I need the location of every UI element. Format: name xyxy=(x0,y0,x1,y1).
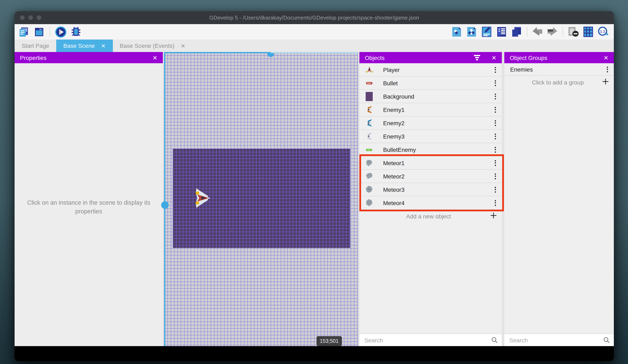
object-groups-search-input[interactable] xyxy=(504,337,603,343)
close-tab-icon[interactable]: ✕ xyxy=(101,43,106,49)
close-panel-icon[interactable]: ✕ xyxy=(492,54,496,61)
object-row-bulletenemy[interactable]: BulletEnemy xyxy=(359,143,502,156)
objects-search xyxy=(359,334,502,346)
plus-icon[interactable] xyxy=(602,78,609,86)
bulletenemy-object-icon xyxy=(365,145,373,155)
redo-button[interactable] xyxy=(546,26,558,38)
window-bottom-edge xyxy=(14,346,614,361)
grid-icon xyxy=(583,26,593,37)
toolbar-divider xyxy=(527,27,527,37)
objects-search-input[interactable] xyxy=(359,337,491,343)
add-object-row[interactable]: Add a new object xyxy=(359,210,502,223)
open-properties-panel-button[interactable] xyxy=(480,26,493,38)
object-menu-icon[interactable] xyxy=(495,93,496,99)
svg-text:1:1: 1:1 xyxy=(600,29,605,33)
scene-canvas[interactable]: 153;501 xyxy=(164,52,358,346)
object-groups-panel-icon xyxy=(467,26,477,37)
plus-icon[interactable] xyxy=(490,212,497,221)
scene-window-button[interactable] xyxy=(33,26,45,38)
tab-start-page[interactable]: Start Page xyxy=(14,40,56,52)
debug-button[interactable] xyxy=(70,26,82,38)
object-row-enemy1[interactable]: Enemy1 xyxy=(359,103,502,117)
object-groups-panel-header: Object Groups ✕ xyxy=(504,52,614,63)
object-menu-icon[interactable] xyxy=(495,107,496,113)
toolbar-right-group: 1:1 xyxy=(451,26,614,38)
object-menu-icon[interactable] xyxy=(495,133,496,139)
toggle-grid-button[interactable] xyxy=(582,26,594,38)
object-menu-icon[interactable] xyxy=(495,80,496,86)
group-row-enemies[interactable]: Enemies xyxy=(504,63,614,76)
play-icon xyxy=(55,26,67,38)
bullet-object-icon xyxy=(365,78,373,88)
player-object-icon xyxy=(365,65,373,75)
object-menu-icon[interactable] xyxy=(495,147,496,152)
title-bar: GDevelop 5 - /Users/dkarakay/Documents/G… xyxy=(14,11,614,24)
star-dot xyxy=(260,178,261,179)
open-instances-list-button[interactable] xyxy=(496,26,508,38)
meteor4-object-icon xyxy=(365,198,373,208)
star-dot xyxy=(314,211,315,212)
app-window: GDevelop 5 - /Users/dkarakay/Documents/G… xyxy=(14,11,614,361)
toggle-mask-button[interactable] xyxy=(567,26,579,38)
window-title: GDevelop 5 - /Users/dkarakay/Documents/G… xyxy=(14,14,614,21)
open-objects-panel-button[interactable] xyxy=(451,26,463,38)
tab-base-scene[interactable]: Base Scene ✕ xyxy=(56,40,113,52)
close-panel-icon[interactable]: ✕ xyxy=(604,54,608,61)
object-row-bullet[interactable]: Bullet xyxy=(359,76,502,90)
main-content: Properties ✕ Click on an instance in the… xyxy=(14,52,614,346)
close-tab-icon[interactable]: ✕ xyxy=(181,43,185,49)
properties-panel-header: Properties ✕ xyxy=(14,52,163,63)
background-instance[interactable] xyxy=(173,148,350,248)
play-button[interactable] xyxy=(55,26,67,38)
filter-icon[interactable] xyxy=(474,55,480,60)
meteor2-object-icon xyxy=(365,171,373,181)
meteor3-object-icon xyxy=(365,184,373,194)
object-menu-icon[interactable] xyxy=(495,120,496,126)
meteor1-object-icon xyxy=(365,158,373,168)
project-manager-icon xyxy=(18,26,29,37)
object-row-meteor1[interactable]: Meteor1 xyxy=(359,156,502,170)
object-row-meteor3[interactable]: Meteor3 xyxy=(359,183,502,196)
enemy1-object-icon xyxy=(365,105,373,115)
object-menu-icon[interactable] xyxy=(495,173,496,179)
undo-icon xyxy=(532,27,543,37)
add-group-row[interactable]: Click to add a group xyxy=(504,76,614,89)
toolbar-divider xyxy=(50,27,50,37)
open-object-groups-panel-button[interactable] xyxy=(466,26,478,38)
undo-button[interactable] xyxy=(531,26,544,38)
object-row-enemy3[interactable]: Enemy3 xyxy=(359,130,502,143)
player-ship-instance[interactable] xyxy=(194,188,211,208)
zoom-actual-size-button[interactable]: 1:1 xyxy=(597,26,609,38)
tab-base-scene-events[interactable]: Base Scene (Events) ✕ xyxy=(113,40,192,52)
project-manager-button[interactable] xyxy=(17,26,30,38)
close-panel-icon[interactable]: ✕ xyxy=(153,54,157,61)
object-row-enemy2[interactable]: Enemy2 xyxy=(359,117,502,130)
desktop: GDevelop 5 - /Users/dkarakay/Documents/G… xyxy=(0,0,628,364)
object-row-meteor4[interactable]: Meteor4 xyxy=(359,196,502,210)
enemy3-object-icon xyxy=(365,131,373,141)
debug-bug-icon xyxy=(70,26,82,37)
object-row-background[interactable]: Background xyxy=(359,90,502,103)
open-layers-panel-button[interactable] xyxy=(511,26,523,38)
object-menu-icon[interactable] xyxy=(495,160,496,166)
redo-icon xyxy=(547,27,558,37)
object-menu-icon[interactable] xyxy=(495,200,496,206)
object-row-meteor2[interactable]: Meteor2 xyxy=(359,170,502,183)
object-menu-icon[interactable] xyxy=(495,186,496,192)
background-object-icon xyxy=(365,91,373,101)
search-icon xyxy=(603,337,610,343)
selection-handle-left[interactable] xyxy=(161,201,169,209)
selection-edge-top xyxy=(164,52,358,53)
object-groups-search xyxy=(504,334,614,346)
object-row-player[interactable]: Player xyxy=(359,63,502,76)
tab-bar: Start Page Base Scene ✕ Base Scene (Even… xyxy=(14,40,614,52)
cursor-coordinates-badge: 153;501 xyxy=(316,336,342,346)
scene-window-icon xyxy=(34,26,44,37)
group-menu-icon[interactable] xyxy=(607,66,608,72)
properties-panel: Properties ✕ Click on an instance in the… xyxy=(14,52,163,346)
toolbar-divider xyxy=(563,27,563,37)
object-menu-icon[interactable] xyxy=(495,67,496,73)
instances-list-icon xyxy=(496,26,507,37)
panel-divider[interactable] xyxy=(502,52,504,346)
properties-empty-message: Click on an instance in the scene to dis… xyxy=(26,198,151,216)
